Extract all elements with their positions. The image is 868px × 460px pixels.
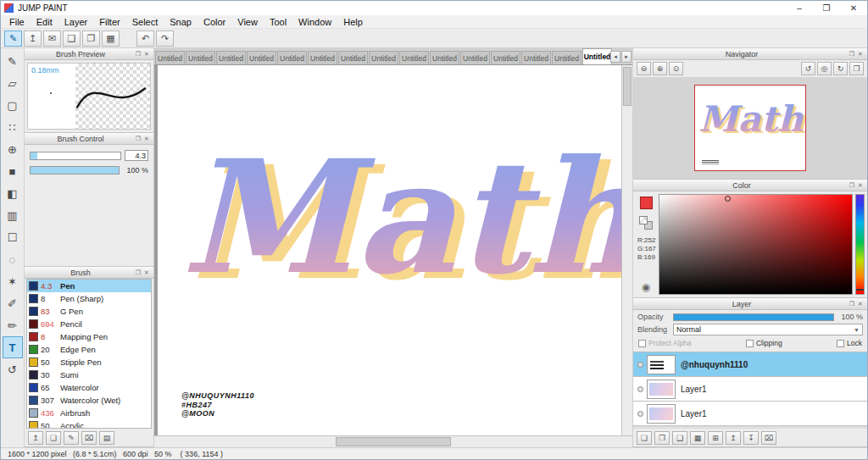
reset-rotation-icon[interactable]: ◎ [817, 62, 832, 75]
brush-item[interactable]: 30Sumi [27, 369, 151, 381]
visibility-icon[interactable] [637, 362, 643, 368]
layer-down-icon[interactable]: ↧ [743, 431, 759, 445]
dot-tool[interactable]: ∷ [3, 116, 23, 138]
folder-layer-icon[interactable]: ⊞ [708, 431, 723, 445]
brush-item[interactable]: 50Acrylic [27, 419, 151, 429]
add-brush-icon[interactable]: ❏ [46, 431, 61, 445]
float-panel-icon[interactable]: ❐ [134, 269, 142, 276]
tab-document-13[interactable]: Untitled [552, 51, 581, 64]
add-layer-icon[interactable]: ❏ [637, 431, 652, 445]
menu-view[interactable]: View [231, 17, 264, 27]
protect-alpha-option[interactable]: Protect Alpha [638, 339, 692, 347]
blending-select[interactable]: Normal ▼ [673, 324, 863, 335]
publish-icon[interactable]: ↥ [24, 30, 42, 47]
foreground-background-swatches[interactable] [639, 216, 653, 230]
layer-visibility-cell[interactable] [633, 411, 647, 417]
brush-opacity-slider[interactable] [30, 166, 120, 175]
brush-item[interactable]: 8Pen (Sharp) [27, 292, 151, 305]
undo-button[interactable]: ↶ [136, 30, 154, 47]
menu-window[interactable]: Window [292, 17, 337, 27]
magic-wand-tool[interactable]: ✶ [3, 270, 23, 292]
menu-select[interactable]: Select [126, 17, 164, 27]
canvas[interactable]: Maths Maths @NHUQUYNH1110 #HB247 @MOON [158, 65, 621, 435]
menu-tool[interactable]: Tool [264, 17, 292, 27]
eraser-tool[interactable]: ▱ [3, 72, 23, 94]
float-panel-icon[interactable]: ❐ [848, 182, 856, 189]
saturation-value-picker[interactable] [659, 194, 853, 295]
brush-size-input[interactable]: 4.3 [125, 150, 148, 161]
tab-document-8[interactable]: Untitled [399, 51, 429, 64]
close-panel-icon[interactable]: ✕ [142, 136, 151, 142]
clipping-checkbox[interactable] [746, 340, 754, 347]
horizontal-scrollbar-thumb[interactable] [336, 437, 450, 446]
tab-document-2[interactable]: Untitled [216, 51, 246, 64]
paint-brush-icon[interactable]: ✎ [4, 30, 22, 47]
layer-row[interactable]: Layer1 [633, 402, 867, 426]
current-color-swatch[interactable] [640, 197, 653, 209]
zoom-out-icon[interactable]: ⊖ [637, 62, 651, 75]
delete-brush-icon[interactable]: ⌧ [81, 431, 97, 445]
brush-item[interactable]: 436Airbrush [27, 407, 151, 419]
redo-button[interactable]: ↷ [156, 30, 174, 47]
control-point-tool[interactable]: ✏ [3, 314, 23, 336]
move-tool[interactable]: ⊕ [3, 138, 23, 160]
brush-item[interactable]: 50Stipple Pen [27, 356, 151, 369]
tab-document-3[interactable]: Untitled [247, 51, 276, 64]
vertical-scrollbar[interactable] [621, 65, 632, 435]
layer-row[interactable]: @nhuquynh1110 [633, 352, 867, 377]
lock-option[interactable]: Lock [837, 339, 862, 347]
brush-item[interactable]: 65Watercolor [27, 381, 151, 394]
transfer-layer-icon[interactable]: ❑ [672, 431, 687, 445]
color-picker-marker[interactable] [725, 196, 731, 202]
visibility-icon[interactable] [637, 386, 643, 392]
rotate-ccw-icon[interactable]: ↺ [801, 62, 815, 75]
protect-alpha-checkbox[interactable] [638, 340, 646, 347]
close-panel-icon[interactable]: ✕ [856, 182, 865, 189]
horizontal-scrollbar[interactable] [154, 435, 632, 447]
material-panel-icon[interactable]: ▦ [102, 30, 120, 47]
hue-marker[interactable] [856, 289, 864, 291]
upload-brush-icon[interactable]: ↥ [28, 431, 43, 445]
layer-row[interactable]: Layer1 [633, 377, 867, 402]
float-panel-icon[interactable]: ❐ [848, 51, 856, 58]
tab-document-11[interactable]: Untitled [491, 51, 520, 64]
gradient-tool[interactable]: ▥ [3, 204, 23, 226]
tab-document-12[interactable]: Untitled [521, 51, 551, 64]
float-panel-icon[interactable]: ❐ [134, 136, 142, 142]
layer-visibility-cell[interactable] [633, 386, 647, 392]
close-panel-icon[interactable]: ✕ [142, 51, 151, 58]
clipping-option[interactable]: Clipping [746, 339, 782, 347]
zoom-reset-icon[interactable]: ⊙ [669, 62, 683, 75]
tab-document-6[interactable]: Untitled [338, 51, 368, 64]
lock-checkbox[interactable] [837, 340, 844, 347]
tab-scroll-right-icon[interactable]: ▸ [621, 51, 632, 63]
menu-layer[interactable]: Layer [58, 17, 94, 27]
minimize-button[interactable]: – [786, 1, 813, 15]
layer-up-icon[interactable]: ↥ [726, 431, 741, 445]
color-wheel-icon[interactable]: ◉ [642, 281, 650, 293]
delete-layer-icon[interactable]: ⌧ [761, 431, 776, 445]
comment-icon[interactable]: ✉ [43, 30, 61, 47]
tab-document-9[interactable]: Untitled [430, 51, 459, 64]
tab-document-10[interactable]: Untitled [460, 51, 490, 64]
layer-visibility-cell[interactable] [633, 362, 647, 368]
close-button[interactable]: ✕ [840, 1, 867, 15]
close-panel-icon[interactable]: ✕ [856, 301, 865, 308]
brush-item[interactable]: 694Pencil [27, 318, 151, 330]
brush-menu-icon[interactable]: ▤ [99, 431, 114, 445]
menu-snap[interactable]: Snap [164, 17, 198, 27]
brush-item[interactable]: 307Watercolor (Wet) [27, 394, 151, 407]
lasso-tool[interactable]: ◌ [3, 248, 23, 270]
close-panel-icon[interactable]: ✕ [142, 269, 151, 276]
navigator-thumbnail[interactable]: Maths Maths [694, 85, 806, 171]
brush-item[interactable]: 4.3Pen [27, 280, 151, 292]
layer-opacity-slider[interactable] [673, 313, 834, 321]
material-layer-icon[interactable]: ▦ [690, 431, 705, 445]
menu-color[interactable]: Color [198, 17, 231, 27]
maximize-button[interactable]: ❐ [813, 1, 840, 15]
text-tool[interactable]: T [3, 336, 23, 358]
float-panel-icon[interactable]: ❐ [848, 301, 856, 308]
close-panel-icon[interactable]: ✕ [856, 51, 865, 58]
fill-rect-tool[interactable]: ■ [3, 160, 23, 182]
tab-document-4[interactable]: Untitled [277, 51, 307, 64]
